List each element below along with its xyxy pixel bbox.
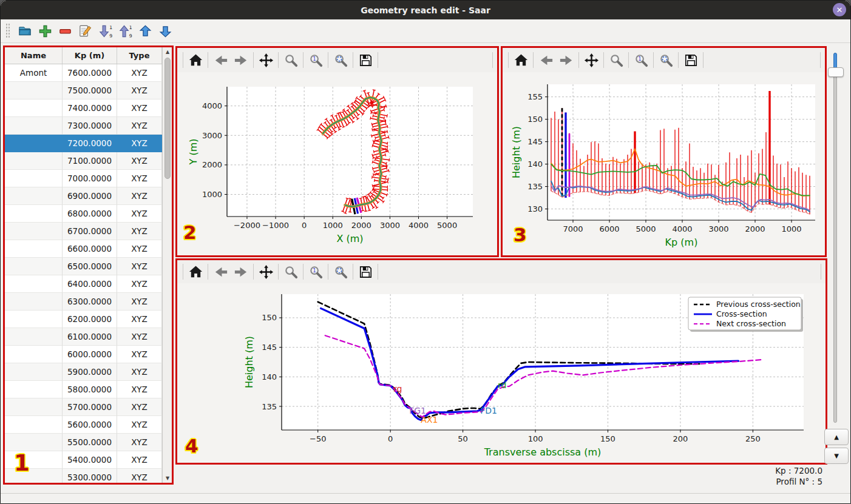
plot-zoom-fit-button[interactable] bbox=[656, 50, 676, 70]
plot-home-button[interactable] bbox=[510, 50, 531, 70]
plot-zoom-button[interactable] bbox=[280, 50, 301, 70]
edit-row-button[interactable] bbox=[75, 22, 95, 40]
column-header-type[interactable]: Type bbox=[117, 47, 162, 64]
cell-kp[interactable]: 6700.0000 bbox=[63, 223, 117, 240]
cell-kp[interactable]: 7300.0000 bbox=[63, 117, 117, 135]
add-row-button[interactable] bbox=[35, 22, 55, 40]
cell-name[interactable] bbox=[5, 398, 63, 416]
scrollbar-up-icon[interactable]: ▲ bbox=[163, 47, 172, 56]
plot-forward-button[interactable] bbox=[231, 261, 251, 282]
table-row[interactable]: 5900.0000XYZ bbox=[5, 363, 162, 381]
table-row[interactable]: 5500.0000XYZ bbox=[5, 434, 162, 451]
move-up-button[interactable] bbox=[135, 22, 155, 40]
cell-type[interactable]: XYZ bbox=[117, 381, 162, 398]
cell-name[interactable] bbox=[5, 363, 63, 381]
cell-name[interactable] bbox=[5, 205, 63, 223]
cell-type[interactable]: XYZ bbox=[117, 240, 162, 258]
cell-type[interactable]: XYZ bbox=[117, 99, 162, 117]
cell-type[interactable]: XYZ bbox=[117, 170, 162, 187]
plot-zoom-fit-button[interactable] bbox=[330, 50, 351, 70]
cell-kp[interactable]: 7000.0000 bbox=[63, 170, 117, 187]
cell-kp[interactable]: 6600.0000 bbox=[63, 240, 117, 258]
cell-name[interactable] bbox=[5, 258, 63, 275]
table-row[interactable]: 7500.0000XYZ bbox=[5, 82, 162, 99]
remove-row-button[interactable] bbox=[55, 22, 75, 40]
plot-save-button[interactable] bbox=[355, 50, 376, 70]
plot-zoom-fit-button[interactable] bbox=[330, 261, 351, 282]
cell-name[interactable] bbox=[5, 311, 63, 328]
cell-kp[interactable]: 6500.0000 bbox=[63, 258, 117, 275]
table-row[interactable]: 6000.0000XYZ bbox=[5, 346, 162, 363]
scrollbar-thumb[interactable] bbox=[164, 58, 171, 179]
move-down-button[interactable] bbox=[155, 22, 175, 40]
table-row[interactable]: 6500.0000XYZ bbox=[5, 258, 162, 275]
table-row[interactable]: 6300.0000XYZ bbox=[5, 293, 162, 311]
cell-type[interactable]: XYZ bbox=[117, 469, 162, 483]
cell-type[interactable]: XYZ bbox=[117, 82, 162, 99]
profile-slider-handle[interactable] bbox=[828, 67, 844, 77]
table-row[interactable]: 7400.0000XYZ bbox=[5, 99, 162, 117]
plot-zoom-one-button[interactable]: 1 bbox=[631, 50, 651, 70]
cell-kp[interactable]: 5300.0000 bbox=[63, 469, 117, 483]
cell-kp[interactable]: 7600.0000 bbox=[63, 64, 117, 82]
table-row[interactable]: 6800.0000XYZ bbox=[5, 205, 162, 223]
cell-name[interactable] bbox=[5, 82, 63, 99]
cell-name[interactable]: Amont bbox=[5, 64, 63, 82]
cell-type[interactable]: XYZ bbox=[117, 346, 162, 363]
cell-type[interactable]: XYZ bbox=[117, 64, 162, 82]
cell-type[interactable]: XYZ bbox=[117, 451, 162, 469]
table-row[interactable]: 6700.0000XYZ bbox=[5, 223, 162, 240]
cell-type[interactable]: XYZ bbox=[117, 434, 162, 451]
plot-pan-button[interactable] bbox=[581, 50, 602, 70]
cell-type[interactable]: XYZ bbox=[117, 328, 162, 346]
cell-type[interactable]: XYZ bbox=[117, 187, 162, 205]
cell-type[interactable]: XYZ bbox=[117, 258, 162, 275]
cell-kp[interactable]: 5400.0000 bbox=[63, 451, 117, 469]
cell-type[interactable]: XYZ bbox=[117, 363, 162, 381]
plot-back-button[interactable] bbox=[535, 50, 556, 70]
table-row[interactable]: Amont7600.0000XYZ bbox=[5, 64, 162, 82]
column-header-name[interactable]: Name bbox=[5, 47, 63, 64]
cell-name[interactable] bbox=[5, 135, 63, 152]
cell-kp[interactable]: 6400.0000 bbox=[63, 275, 117, 293]
table-row[interactable]: 5700.0000XYZ bbox=[5, 398, 162, 416]
table-row[interactable]: 7000.0000XYZ bbox=[5, 170, 162, 187]
cell-name[interactable] bbox=[5, 293, 63, 311]
cell-name[interactable] bbox=[5, 416, 63, 434]
plot-pan-button[interactable] bbox=[256, 261, 276, 282]
cell-kp[interactable]: 6900.0000 bbox=[63, 187, 117, 205]
plot-save-button[interactable] bbox=[355, 261, 376, 282]
table-row[interactable]: 6900.0000XYZ bbox=[5, 187, 162, 205]
cell-type[interactable]: XYZ bbox=[117, 205, 162, 223]
cell-type[interactable]: XYZ bbox=[117, 416, 162, 434]
cell-kp[interactable]: 5600.0000 bbox=[63, 416, 117, 434]
cell-kp[interactable]: 5700.0000 bbox=[63, 398, 117, 416]
scrollbar-down-icon[interactable]: ▼ bbox=[163, 474, 172, 483]
cell-kp[interactable]: 5500.0000 bbox=[63, 434, 117, 451]
cell-name[interactable] bbox=[5, 223, 63, 240]
column-header-kp-m[interactable]: Kp (m) bbox=[63, 47, 117, 64]
cell-name[interactable] bbox=[5, 240, 63, 258]
longitudinal-profile-plot[interactable]: 7000600050004000300020001000130135140145… bbox=[503, 72, 825, 255]
plot-zoom-one-button[interactable]: 1 bbox=[305, 50, 326, 70]
plot-zoom-button[interactable] bbox=[606, 50, 626, 70]
cell-name[interactable] bbox=[5, 381, 63, 398]
profile-up-button[interactable]: ▲ bbox=[824, 429, 849, 445]
cell-type[interactable]: XYZ bbox=[117, 293, 162, 311]
cell-kp[interactable]: 7500.0000 bbox=[63, 82, 117, 99]
table-row[interactable]: 6400.0000XYZ bbox=[5, 275, 162, 293]
cross-section-plot[interactable]: −50050100150200250135140145150Transverse… bbox=[177, 283, 826, 463]
table-row[interactable]: 6100.0000XYZ bbox=[5, 328, 162, 346]
plot-forward-button[interactable] bbox=[556, 50, 577, 70]
table-row[interactable]: 7200.0000XYZ bbox=[5, 135, 162, 152]
profile-slider-track[interactable] bbox=[833, 53, 837, 423]
cell-kp[interactable]: 6000.0000 bbox=[63, 346, 117, 363]
close-button[interactable]: ✕ bbox=[833, 3, 846, 16]
table-row[interactable]: 6200.0000XYZ bbox=[5, 311, 162, 328]
open-button[interactable] bbox=[15, 22, 35, 40]
cell-kp[interactable]: 6800.0000 bbox=[63, 205, 117, 223]
plot-forward-button[interactable] bbox=[231, 50, 251, 70]
plot-home-button[interactable] bbox=[185, 50, 206, 70]
cell-kp[interactable]: 5900.0000 bbox=[63, 363, 117, 381]
cell-type[interactable]: XYZ bbox=[117, 398, 162, 416]
